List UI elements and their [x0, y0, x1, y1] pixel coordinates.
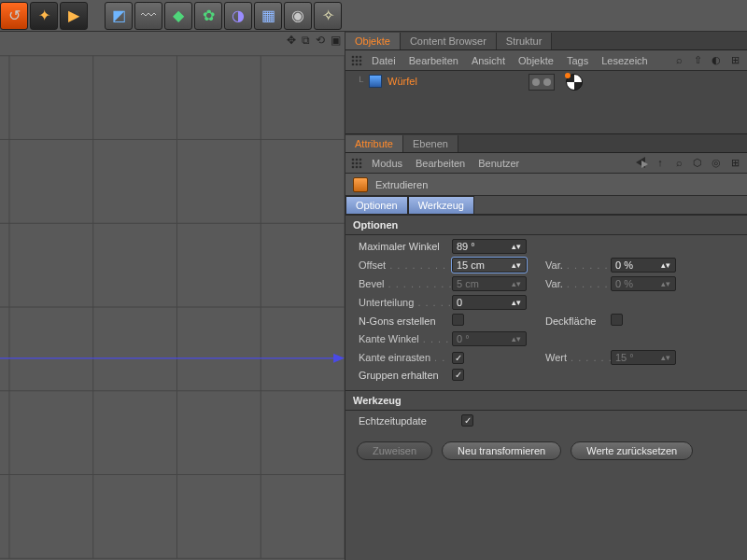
svg-marker-13: [333, 354, 345, 363]
am-menu-modus[interactable]: Modus: [372, 158, 402, 169]
svg-point-17: [352, 60, 355, 63]
am-menu-bearbeiten[interactable]: Bearbeiten: [416, 158, 465, 169]
keep-groups-label: Gruppen erhalten: [359, 370, 452, 381]
tab-struktur[interactable]: Struktur: [497, 33, 553, 49]
om-eye-icon[interactable]: ◐: [710, 54, 723, 66]
bevel-field: 5 cm▴▾: [452, 276, 527, 291]
undo-button[interactable]: ↺: [0, 2, 28, 30]
spline-button[interactable]: 〰: [134, 2, 162, 30]
bevel-label: Bevel . . . . . . . . . .: [359, 278, 452, 289]
new-transform-button[interactable]: Neu transformieren: [442, 441, 561, 460]
svg-point-29: [352, 166, 355, 169]
offset-label: Offset . . . . . . . . .: [359, 259, 452, 271]
offset-var-field[interactable]: 0 %▴▾: [611, 258, 676, 273]
svg-point-19: [359, 60, 362, 63]
reset-values-button[interactable]: Werte zurücksetzen: [571, 441, 693, 460]
attribute-tool-header: Extrudieren: [345, 174, 747, 196]
viewport-hud-icons: ✥ ⧉ ⟲ ▣: [287, 34, 341, 47]
camera-button[interactable]: ◉: [284, 2, 312, 30]
subdiv-field[interactable]: 0▴▾: [452, 295, 527, 310]
object-row-wuerfel[interactable]: └ Würfel: [357, 75, 417, 88]
script-button[interactable]: ✦: [30, 2, 58, 30]
max-angle-field[interactable]: 89 °▴▾: [452, 239, 527, 254]
am-search-icon[interactable]: ⌕: [672, 157, 685, 170]
tab-content-browser[interactable]: Content Browser: [401, 33, 497, 49]
bevel-var-field: 0 %▴▾: [611, 276, 676, 291]
keep-groups-checkbox[interactable]: [452, 369, 464, 381]
edge-snap-checkbox[interactable]: [452, 352, 464, 364]
om-menu-lesezeichen[interactable]: Lesezeich: [601, 55, 648, 66]
svg-point-26: [352, 162, 355, 165]
werkzeug-buttons: Zuweisen Neu transformieren Werte zurück…: [345, 436, 747, 471]
object-manager-body[interactable]: └ Würfel: [345, 71, 747, 134]
grip-icon[interactable]: [351, 55, 362, 66]
vp-layout-icon[interactable]: ▣: [331, 34, 341, 47]
ngons-checkbox[interactable]: [452, 314, 464, 326]
om-home-icon[interactable]: ⇧: [691, 54, 704, 66]
om-menu-objekte[interactable]: Objekte: [518, 55, 554, 66]
svg-point-18: [356, 60, 359, 63]
floor-button[interactable]: ▦: [254, 2, 282, 30]
svg-point-14: [352, 56, 355, 59]
bevel-var-label: Var. . . . . . .: [545, 278, 611, 289]
offset-var-label: Var. . . . . . .: [545, 259, 611, 271]
object-name-label[interactable]: Würfel: [388, 76, 417, 87]
caps-checkbox[interactable]: [611, 314, 623, 326]
section-werkzeug-title: Werkzeug: [345, 390, 747, 411]
realtime-checkbox[interactable]: [461, 414, 473, 427]
om-search-icon[interactable]: ⌕: [672, 54, 685, 66]
tab-ebenen[interactable]: Ebenen: [403, 135, 458, 152]
object-manager-menu: Datei Bearbeiten Ansicht Objekte Tags Le…: [345, 50, 747, 71]
vp-rotate-icon[interactable]: ⟲: [316, 34, 325, 47]
attribute-manager-tabs: Attribute Ebenen: [345, 134, 747, 153]
am-expand-icon[interactable]: ⊞: [728, 157, 741, 170]
om-menu-tags[interactable]: Tags: [567, 55, 588, 66]
viewport-grid: [0, 54, 345, 560]
lock-icon[interactable]: ⬡: [691, 157, 704, 170]
wert-label: Wert . . . . . .: [545, 352, 611, 363]
target-icon[interactable]: ◎: [710, 157, 723, 170]
svg-point-22: [359, 63, 362, 66]
tool-tab-optionen[interactable]: Optionen: [345, 196, 408, 214]
grip-icon[interactable]: [351, 158, 362, 169]
tab-objekte[interactable]: Objekte: [345, 33, 401, 49]
nav-back-icon[interactable]: [635, 157, 648, 170]
deformer-button[interactable]: ✿: [194, 2, 222, 30]
max-angle-label: Maximaler Winkel: [359, 241, 452, 252]
phong-tag-icon[interactable]: [566, 74, 583, 91]
primitive-cube-button[interactable]: ◩: [105, 2, 133, 30]
viewport[interactable]: ✥ ⧉ ⟲ ▣: [0, 32, 345, 560]
om-menu-bearbeiten[interactable]: Bearbeiten: [409, 55, 458, 66]
light-button[interactable]: ✧: [314, 2, 342, 30]
environment-button[interactable]: ◑: [224, 2, 252, 30]
svg-point-30: [356, 166, 359, 169]
svg-point-16: [359, 56, 362, 59]
svg-point-23: [352, 159, 355, 161]
render-button[interactable]: ▶: [60, 2, 88, 30]
edge-angle-field: 0 °▴▾: [452, 331, 527, 346]
generator-button[interactable]: ◆: [164, 2, 192, 30]
visibility-toggle[interactable]: [529, 74, 555, 91]
optionen-params: Maximaler Winkel 89 °▴▾ Offset . . . . .…: [345, 235, 747, 390]
edge-angle-label: Kante Winkel . . . . .: [359, 333, 452, 344]
tool-tab-werkzeug[interactable]: Werkzeug: [408, 196, 474, 214]
werkzeug-params: Echtzeitupdate: [345, 411, 747, 436]
nav-up-icon[interactable]: ↑: [654, 157, 667, 170]
attribute-tool-tabs: Optionen Werkzeug: [345, 196, 747, 215]
extrude-icon: [353, 177, 368, 192]
vp-zoom-icon[interactable]: ⧉: [302, 34, 310, 47]
apply-button: Zuweisen: [357, 441, 432, 460]
om-menu-datei[interactable]: Datei: [372, 55, 396, 66]
om-expand-icon[interactable]: ⊞: [728, 54, 741, 66]
offset-field[interactable]: 15 cm▴▾: [452, 258, 527, 273]
vp-nav-icon[interactable]: ✥: [287, 34, 296, 47]
subdiv-label: Unterteilung . . . . .: [359, 297, 452, 308]
am-menu-benutzer[interactable]: Benutzer: [478, 158, 519, 169]
main-toolbar: ↺ ✦ ▶ ◩ 〰 ◆ ✿ ◑ ▦ ◉ ✧: [0, 0, 747, 32]
svg-point-27: [356, 162, 359, 165]
caps-label: Deckfläche: [545, 315, 611, 327]
om-menu-ansicht[interactable]: Ansicht: [472, 55, 505, 66]
realtime-label: Echtzeitupdate: [359, 415, 461, 427]
svg-point-20: [352, 63, 355, 66]
tab-attribute[interactable]: Attribute: [345, 135, 403, 152]
